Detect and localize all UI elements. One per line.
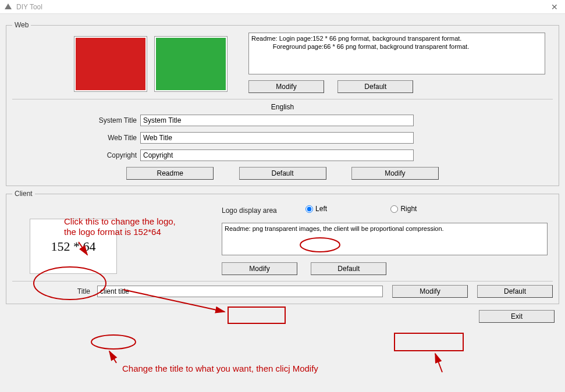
web-default-button[interactable]: Default — [337, 80, 413, 93]
web-modify-button[interactable]: Modify — [248, 80, 324, 93]
client-default-button[interactable]: Default — [311, 262, 386, 275]
client-readme-text: Readme: png transparent images, the clie… — [225, 225, 444, 232]
svg-rect-4 — [395, 333, 463, 351]
radio-left[interactable] — [305, 205, 313, 213]
close-icon[interactable]: ✕ — [548, 2, 562, 12]
window-title: DIY Tool — [16, 3, 42, 11]
radio-right[interactable] — [390, 205, 398, 213]
exit-button[interactable]: Exit — [479, 310, 555, 323]
input-client-title[interactable] — [97, 286, 383, 297]
client-modify-button[interactable]: Modify — [222, 262, 297, 275]
web-lang-header: English — [12, 103, 553, 111]
svg-line-8 — [435, 354, 442, 372]
web-readme-line1: Readme: Login page:152 * 66 png format, … — [251, 35, 461, 42]
app-icon — [3, 2, 13, 12]
input-copyright[interactable] — [140, 149, 414, 161]
client-title-default-button[interactable]: Default — [477, 285, 553, 298]
radio-left-label: Left — [315, 205, 327, 213]
client-group: Client 152 * 64 Logo display area Left R… — [6, 190, 559, 304]
input-web-title[interactable] — [140, 132, 414, 144]
client-title-modify-button[interactable]: Modify — [392, 285, 468, 298]
label-web-title: Web Title — [12, 134, 140, 142]
web-readme-box: Readme: Login page:152 * 66 png format, … — [248, 33, 545, 74]
svg-line-7 — [109, 351, 116, 363]
client-readme-box: Readme: png transparent images, the clie… — [222, 223, 548, 255]
client-legend: Client — [12, 190, 35, 198]
label-logo-display-area: Logo display area — [222, 206, 280, 215]
window-titlebar: DIY Tool ✕ — [0, 0, 565, 14]
client-logo-text: 152 * 64 — [51, 239, 96, 254]
web-bottom-default-button[interactable]: Default — [239, 167, 326, 180]
radio-right-label: Right — [400, 205, 417, 213]
web-group: Web Readme: Login page:152 * 66 png form… — [6, 21, 559, 186]
web-swatch-red[interactable] — [74, 36, 147, 92]
annotation-text-2: Change the title to what you want, then … — [122, 364, 318, 374]
web-readme-button[interactable]: Readme — [126, 167, 214, 180]
input-system-title[interactable] — [140, 115, 414, 126]
web-legend: Web — [12, 21, 31, 29]
svg-point-2 — [91, 335, 136, 349]
web-swatch-green[interactable] — [154, 36, 228, 92]
annotation-text-1: Click this to change the logo, the logo … — [64, 216, 176, 237]
web-readme-line2: Foreground page:66 * 66 png format, back… — [251, 43, 469, 50]
web-bottom-modify-button[interactable]: Modify — [351, 167, 439, 180]
label-system-title: System Title — [12, 116, 140, 124]
label-copyright: Copyright — [12, 151, 140, 159]
label-client-title: Title — [12, 287, 94, 295]
